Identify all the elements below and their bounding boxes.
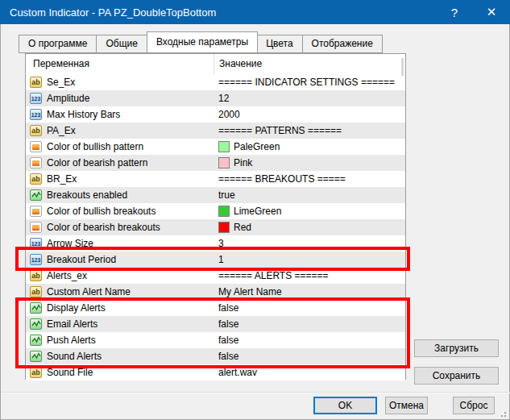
ok-button[interactable]: OK <box>313 397 377 414</box>
color-swatch <box>218 141 230 152</box>
table-body: abSe_Ex====== INDICATOR SETTINGS ======1… <box>26 74 405 380</box>
param-value-text: ====== PATTERNS ====== <box>218 123 342 139</box>
param-value-text: ====== ALERTS ====== <box>218 268 329 284</box>
tab-inputs[interactable]: Входные параметры <box>147 31 258 53</box>
param-name: BR_Ex <box>47 171 77 187</box>
param-value-text: 12 <box>218 90 229 106</box>
param-value-text: true <box>218 187 235 203</box>
tab-about[interactable]: О программе <box>19 35 97 53</box>
number-param-icon: 123 <box>30 93 42 104</box>
resize-grip[interactable] <box>498 409 506 417</box>
table-row[interactable]: Sound Alertsfalse <box>26 348 405 364</box>
table-row[interactable]: 123Max History Bars2000 <box>26 106 405 123</box>
param-name: Push Alerts <box>47 332 96 348</box>
table-row[interactable]: 123Amplitude12 <box>26 90 405 106</box>
color-swatch <box>218 222 230 233</box>
table-row[interactable]: 123Arrow Size3 <box>26 235 405 252</box>
table-row[interactable]: abBR_Ex====== BREAKOUTS ===== <box>26 171 405 187</box>
string-param-icon: ab <box>30 125 42 136</box>
footer-separator <box>1 392 510 393</box>
column-header-variable: Переменная <box>33 58 89 69</box>
param-name: Alerts_ex <box>47 268 87 284</box>
tab-common[interactable]: Общие <box>97 35 147 53</box>
bool-param-icon <box>30 335 42 346</box>
param-value[interactable]: ====== PATTERNS ====== <box>218 123 404 139</box>
param-value-text: ====== INDICATOR SETTINGS ====== <box>218 74 395 90</box>
param-value[interactable]: 3 <box>218 235 404 252</box>
load-button[interactable]: Загрузить <box>414 339 499 357</box>
param-value[interactable]: Red <box>218 219 404 235</box>
bool-param-icon <box>30 351 42 362</box>
param-name: Breakouts enabled <box>47 187 127 203</box>
param-value-text: ====== BREAKOUTS ===== <box>218 171 346 187</box>
custom-indicator-dialog: Custom Indicator - PA PZ_DoubleTopBottom… <box>0 0 510 420</box>
help-button[interactable]: ? <box>436 0 473 24</box>
param-value[interactable]: My Alert Name <box>218 284 404 300</box>
param-name: Email Alerts <box>47 316 97 332</box>
number-param-icon: 123 <box>30 109 42 120</box>
param-value-text: LimeGreen <box>234 203 281 219</box>
table-row[interactable]: Display Alertsfalse <box>26 300 405 316</box>
scrollbar-thumb[interactable] <box>401 58 404 76</box>
string-param-icon: ab <box>30 367 42 378</box>
table-row[interactable]: Push Alertsfalse <box>26 332 405 348</box>
table-row[interactable]: Color of bearish breakoutsRed <box>26 219 405 235</box>
param-value[interactable]: Pink <box>218 155 404 171</box>
param-value-text: Red <box>234 219 251 235</box>
color-param-icon <box>30 222 42 233</box>
param-value[interactable]: ====== INDICATOR SETTINGS ====== <box>218 74 404 90</box>
save-button[interactable]: Сохранить <box>414 367 499 385</box>
table-row[interactable]: abSe_Ex====== INDICATOR SETTINGS ====== <box>26 74 405 90</box>
table-row[interactable]: abAlerts_ex====== ALERTS ====== <box>26 268 405 284</box>
param-value-text: false <box>218 300 238 316</box>
param-value-text: 3 <box>218 235 224 252</box>
color-param-icon <box>30 141 42 152</box>
param-name: Breakout Period <box>47 252 116 268</box>
string-param-icon: ab <box>30 173 42 185</box>
column-header-value: Значение <box>219 58 262 69</box>
window-title: Custom Indicator - PA PZ_DoubleTopBottom <box>10 6 216 19</box>
bool-param-icon <box>30 318 42 330</box>
param-value[interactable]: false <box>218 300 404 316</box>
titlebar-buttons: ? ✕ <box>436 0 510 24</box>
tab-visualization[interactable]: Отображение <box>303 35 383 53</box>
param-value[interactable]: false <box>218 332 404 348</box>
table-row[interactable]: 123Breakout Period1 <box>26 252 405 268</box>
cancel-button[interactable]: Отмена <box>385 397 428 414</box>
titlebar[interactable]: Custom Indicator - PA PZ_DoubleTopBottom… <box>0 0 510 24</box>
reset-button[interactable]: Сброс <box>453 397 495 414</box>
table-header: Переменная Значение <box>26 54 405 74</box>
param-value[interactable]: ====== ALERTS ====== <box>218 268 404 284</box>
param-value[interactable]: alert.wav <box>218 364 404 380</box>
param-value[interactable]: 2000 <box>218 106 404 123</box>
param-name: Color of bearish pattern <box>47 155 147 171</box>
table-row[interactable]: abPA_Ex====== PATTERNS ====== <box>26 123 405 139</box>
param-value-text: PaleGreen <box>234 139 280 155</box>
param-value[interactable]: PaleGreen <box>218 139 404 155</box>
string-param-icon: ab <box>30 270 42 281</box>
param-name: Se_Ex <box>47 74 75 90</box>
param-value[interactable]: ====== BREAKOUTS ===== <box>218 171 404 187</box>
param-value[interactable]: 12 <box>218 90 404 106</box>
tab-bar: О программеОбщиеВходные параметрыЦветаОт… <box>19 31 383 53</box>
param-name: Color of bullish pattern <box>47 139 143 155</box>
number-param-icon: 123 <box>30 238 42 249</box>
close-button[interactable]: ✕ <box>473 0 510 24</box>
table-row[interactable]: Breakouts enabledtrue <box>26 187 405 203</box>
param-name: Color of bearish breakouts <box>47 219 160 235</box>
param-name: Sound File <box>47 364 93 380</box>
table-row[interactable]: Color of bearish patternPink <box>26 155 405 171</box>
param-value-text: false <box>218 348 238 364</box>
table-row[interactable]: Email Alertsfalse <box>26 316 405 332</box>
bool-param-icon <box>30 302 42 314</box>
param-value[interactable]: false <box>218 316 404 332</box>
param-value[interactable]: 1 <box>218 252 404 268</box>
table-row[interactable]: abCustom Alert NameMy Alert Name <box>26 284 405 300</box>
param-value[interactable]: false <box>218 348 404 364</box>
param-value[interactable]: true <box>218 187 404 203</box>
table-row[interactable]: Color of bullish patternPaleGreen <box>26 139 405 155</box>
table-row[interactable]: Color of bullish breakoutsLimeGreen <box>26 203 405 219</box>
param-value[interactable]: LimeGreen <box>218 203 404 219</box>
tab-colors[interactable]: Цвета <box>257 35 302 53</box>
table-row[interactable]: abSound Filealert.wav <box>26 364 405 380</box>
